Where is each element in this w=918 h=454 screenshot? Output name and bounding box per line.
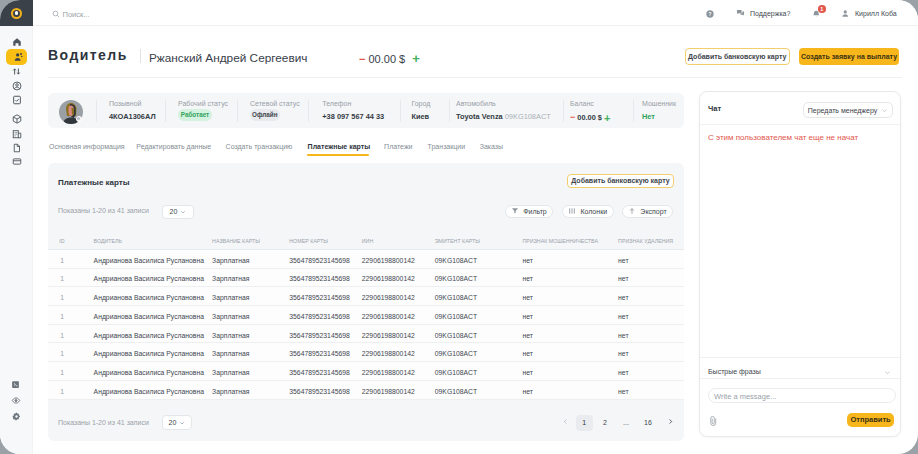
svg-text:?: ?	[708, 11, 711, 16]
